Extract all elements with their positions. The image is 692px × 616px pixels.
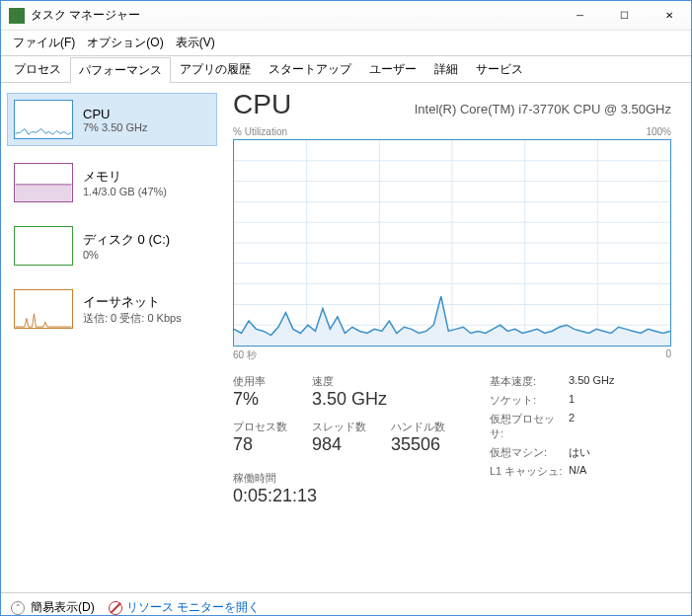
speed-value: 3.50 GHz — [312, 389, 430, 410]
memory-thumbnail-icon — [14, 163, 73, 202]
menu-options[interactable]: オプション(O) — [81, 33, 169, 53]
sidebar-item-label: ディスク 0 (C:) — [83, 231, 170, 249]
handles-label: ハンドル数 — [391, 420, 450, 434]
open-resource-monitor-link[interactable]: リソース モニターを開く — [109, 599, 260, 616]
tab-performance[interactable]: パフォーマンス — [70, 57, 171, 83]
spec-label: ソケット: — [490, 393, 569, 408]
spec-value: 3.50 GHz — [569, 374, 614, 389]
uptime-value: 0:05:21:13 — [233, 486, 381, 506]
chevron-up-icon: ˄ — [11, 601, 25, 615]
spec-label: 仮想マシン: — [490, 445, 569, 460]
tab-processes[interactable]: プロセス — [5, 56, 70, 82]
spec-row: ソケット:1 — [490, 393, 614, 408]
spec-row: 仮想マシン:はい — [490, 445, 614, 460]
uptime-label: 稼働時間 — [233, 471, 381, 486]
sidebar-item-label: メモリ — [83, 168, 167, 186]
spec-value: 1 — [569, 393, 575, 408]
menubar: ファイル(F) オプション(O) 表示(V) — [1, 31, 691, 56]
sidebar-item-memory[interactable]: メモリ 1.4/3.0 GB (47%) — [7, 156, 217, 209]
window-title: タスク マネージャー — [31, 7, 140, 24]
detail-pane: CPU Intel(R) Core(TM) i7-3770K CPU @ 3.5… — [223, 83, 691, 592]
disk-thumbnail-icon — [14, 226, 73, 266]
cpu-utilization-chart — [233, 139, 671, 346]
tabbar: プロセス パフォーマンス アプリの履歴 スタートアップ ユーザー 詳細 サービス — [1, 56, 691, 83]
svg-rect-0 — [16, 185, 72, 201]
statusbar: ˄ 簡易表示(D) リソース モニターを開く — [1, 592, 691, 616]
spec-row: 仮想プロセッサ:2 — [490, 412, 614, 441]
cpu-specs: 基本速度:3.50 GHzソケット:1仮想プロセッサ:2仮想マシン:はいL1 キ… — [490, 374, 614, 516]
app-icon — [9, 8, 25, 24]
window-controls: ─ ☐ ✕ — [558, 1, 691, 31]
fewer-details-button[interactable]: ˄ 簡易表示(D) — [11, 599, 95, 616]
menu-view[interactable]: 表示(V) — [170, 33, 221, 53]
minimize-button[interactable]: ─ — [558, 1, 602, 31]
tab-startup[interactable]: スタートアップ — [260, 56, 360, 82]
menu-file[interactable]: ファイル(F) — [7, 33, 81, 53]
handles-value: 35506 — [391, 434, 450, 455]
spec-row: L1 キャッシュ:N/A — [490, 464, 614, 479]
chart-y-label: % Utilization — [233, 126, 287, 137]
sidebar-item-cpu[interactable]: CPU 7% 3.50 GHz — [7, 93, 217, 146]
sidebar-item-sub: 送信: 0 受信: 0 Kbps — [83, 311, 182, 326]
maximize-button[interactable]: ☐ — [602, 1, 647, 31]
sidebar-item-ethernet[interactable]: イーサネット 送信: 0 受信: 0 Kbps — [7, 282, 217, 336]
metrics: 使用率 7% 速度 3.50 GHz プロセス数 78 スレッド数 984 ハ — [233, 374, 671, 516]
threads-label: スレッド数 — [312, 420, 371, 434]
chart-x-left: 60 秒 — [233, 348, 257, 362]
usage-value: 7% — [233, 389, 292, 410]
spec-label: L1 キャッシュ: — [490, 464, 569, 479]
sidebar-item-sub: 0% — [83, 249, 170, 261]
titlebar: タスク マネージャー ─ ☐ ✕ — [1, 1, 691, 31]
sidebar-item-sub: 1.4/3.0 GB (47%) — [83, 186, 167, 197]
spec-value: N/A — [569, 464, 586, 479]
spec-value: はい — [569, 445, 590, 460]
ethernet-thumbnail-icon — [14, 289, 73, 329]
close-button[interactable]: ✕ — [647, 1, 691, 31]
tab-app-history[interactable]: アプリの履歴 — [171, 56, 260, 82]
main-content: CPU 7% 3.50 GHz メモリ 1.4/3.0 GB (47%) ディス… — [1, 83, 691, 592]
tab-users[interactable]: ユーザー — [360, 56, 425, 82]
sidebar-item-disk[interactable]: ディスク 0 (C:) 0% — [7, 219, 217, 272]
resource-monitor-icon — [109, 601, 122, 615]
spec-row: 基本速度:3.50 GHz — [490, 374, 614, 389]
sidebar: CPU 7% 3.50 GHz メモリ 1.4/3.0 GB (47%) ディス… — [1, 83, 223, 592]
sidebar-item-label: CPU — [83, 107, 147, 121]
spec-value: 2 — [569, 412, 575, 441]
spec-label: 基本速度: — [490, 374, 569, 389]
usage-label: 使用率 — [233, 374, 292, 389]
tab-details[interactable]: 詳細 — [425, 56, 467, 82]
detail-subtitle: Intel(R) Core(TM) i7-3770K CPU @ 3.50GHz — [415, 102, 671, 116]
chart-x-right: 0 — [665, 348, 671, 362]
threads-value: 984 — [312, 434, 371, 455]
cpu-thumbnail-icon — [14, 100, 73, 139]
speed-label: 速度 — [312, 374, 430, 389]
chart-y-max: 100% — [646, 126, 671, 137]
sidebar-item-label: イーサネット — [83, 293, 182, 311]
detail-title: CPU — [233, 89, 291, 120]
sidebar-item-sub: 7% 3.50 GHz — [83, 121, 147, 133]
processes-label: プロセス数 — [233, 420, 292, 434]
spec-label: 仮想プロセッサ: — [490, 412, 569, 441]
processes-value: 78 — [233, 434, 292, 455]
tab-services[interactable]: サービス — [467, 56, 532, 82]
